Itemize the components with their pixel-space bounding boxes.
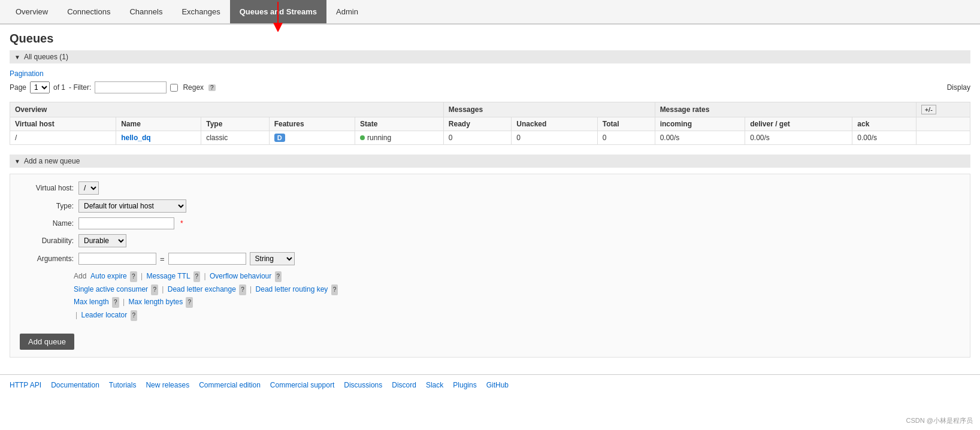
group-overview: Overview <box>10 102 444 117</box>
pagination-label[interactable]: Pagination <box>10 69 970 78</box>
cell-type: classic <box>201 131 269 145</box>
col-state: State <box>355 117 444 131</box>
add-queue-form: Virtual host: / Type: Default for virtua… <box>10 174 970 358</box>
plus-minus-cell: +/- <box>916 102 970 117</box>
regex-help-icon[interactable]: ? <box>208 84 216 91</box>
arg-leader-locator[interactable]: Leader locator <box>81 311 127 319</box>
auto-expire-help[interactable]: ? <box>130 271 137 282</box>
cell-deliver-get: 0.00/s <box>745 131 852 145</box>
dead-letter-routing-help[interactable]: ? <box>331 284 338 295</box>
leader-locator-help[interactable]: ? <box>131 310 138 321</box>
durability-row: Durability: Durable Transient <box>20 234 960 247</box>
filter-text: - Filter: <box>69 83 91 92</box>
arg-key-input[interactable] <box>78 253 156 265</box>
col-ack: ack <box>852 117 916 131</box>
all-queues-header: ▼ All queues (1) <box>10 50 970 63</box>
arg-dead-letter-routing-key[interactable]: Dead letter routing key <box>256 285 328 293</box>
footer-link-github[interactable]: GitHub <box>486 381 509 389</box>
cell-state: running <box>355 131 444 145</box>
toggle-add-queue[interactable]: ▼ <box>14 158 20 165</box>
add-label: Add <box>74 272 86 280</box>
footer-link-new-releases[interactable]: New releases <box>146 381 189 389</box>
regex-label: Regex <box>183 83 204 92</box>
cell-ready: 0 <box>443 131 512 145</box>
virtual-host-label: Virtual host: <box>20 184 74 192</box>
col-features: Features <box>269 117 355 131</box>
display-label: Display <box>947 83 970 92</box>
toggle-all-queues[interactable]: ▼ <box>14 54 20 60</box>
message-ttl-help[interactable]: ? <box>193 271 201 282</box>
feature-badge: D <box>274 134 285 142</box>
of-text: of 1 <box>53 83 65 92</box>
table-row: / hello_dq classic D running 0 0 0 0.00/… <box>10 131 970 145</box>
durability-select[interactable]: Durable Transient <box>78 234 126 247</box>
footer-link-slack[interactable]: Slack <box>426 381 443 389</box>
args-inputs: = String Number Boolean <box>78 252 295 265</box>
type-label: Type: <box>20 202 74 210</box>
state-dot <box>360 135 365 140</box>
footer-link-discussions[interactable]: Discussions <box>344 381 382 389</box>
add-queue-button[interactable]: Add queue <box>20 334 74 350</box>
filter-input[interactable] <box>95 81 167 93</box>
nav-channels[interactable]: Channels <box>120 0 172 23</box>
arg-max-length-bytes[interactable]: Max length bytes <box>128 298 183 306</box>
arg-message-ttl[interactable]: Message TTL <box>146 272 190 280</box>
single-active-help[interactable]: ? <box>151 284 158 295</box>
virtual-host-select[interactable]: / <box>78 181 99 195</box>
top-navigation: Overview Connections Channels Exchanges … <box>0 0 980 25</box>
col-extra <box>916 117 970 131</box>
cell-extra <box>916 131 970 145</box>
col-virtual-host: Virtual host <box>10 117 116 131</box>
arg-overflow-behaviour[interactable]: Overflow behaviour <box>210 272 271 280</box>
cell-name: hello_dq <box>116 131 201 145</box>
regex-checkbox[interactable] <box>170 84 178 92</box>
arg-type-select[interactable]: String Number Boolean <box>250 252 295 265</box>
overflow-help[interactable]: ? <box>275 271 282 282</box>
footer-link-documentation[interactable]: Documentation <box>51 381 99 389</box>
nav-admin[interactable]: Admin <box>326 0 368 23</box>
plus-minus-button[interactable]: +/- <box>921 105 936 114</box>
arguments-row: Arguments: = String Number Boolean <box>20 252 960 265</box>
cell-features: D <box>269 131 355 145</box>
required-star: * <box>180 219 183 228</box>
nav-overview[interactable]: Overview <box>6 0 58 23</box>
col-deliver-get: deliver / get <box>745 117 852 131</box>
footer-link-commercial-edition[interactable]: Commercial edition <box>199 381 261 389</box>
footer-link-tutorials[interactable]: Tutorials <box>109 381 137 389</box>
page-select[interactable]: 1 <box>30 81 50 93</box>
footer-link-http-api[interactable]: HTTP API <box>10 381 41 389</box>
arg-single-active-consumer[interactable]: Single active consumer <box>74 285 148 293</box>
arg-max-length[interactable]: Max length <box>74 298 109 306</box>
col-type: Type <box>201 117 269 131</box>
dead-letter-exchange-help[interactable]: ? <box>239 284 246 295</box>
type-select[interactable]: Default for virtual host Classic Quorum … <box>78 199 186 213</box>
max-length-help[interactable]: ? <box>112 297 119 308</box>
col-ready: Ready <box>443 117 512 131</box>
arg-auto-expire[interactable]: Auto expire <box>90 272 127 280</box>
group-message-rates: Message rates <box>655 102 916 117</box>
col-name: Name <box>116 117 201 131</box>
virtual-host-row: Virtual host: / <box>20 181 960 195</box>
queue-table: Overview Messages Message rates +/- Virt… <box>10 102 970 145</box>
max-length-bytes-help[interactable]: ? <box>186 297 193 308</box>
footer-link-commercial-support[interactable]: Commercial support <box>270 381 334 389</box>
cell-incoming: 0.00/s <box>655 131 745 145</box>
type-row: Type: Default for virtual host Classic Q… <box>20 199 960 213</box>
footer-link-plugins[interactable]: Plugins <box>453 381 476 389</box>
nav-connections[interactable]: Connections <box>58 0 120 23</box>
name-input[interactable] <box>78 217 174 229</box>
col-incoming: incoming <box>655 117 745 131</box>
cell-total: 0 <box>597 131 655 145</box>
nav-exchanges[interactable]: Exchanges <box>172 0 229 23</box>
add-queue-section-label: Add a new queue <box>24 157 80 165</box>
nav-queues-and-streams[interactable]: Queues and Streams <box>230 0 326 23</box>
page-text: Page <box>10 83 26 92</box>
arg-dead-letter-exchange[interactable]: Dead letter exchange <box>168 285 236 293</box>
queue-name-link[interactable]: hello_dq <box>121 134 150 142</box>
args-help-links: Add Auto expire ? | Message TTL ? | Over… <box>74 270 960 322</box>
col-unacked: Unacked <box>512 117 597 131</box>
footer-link-discord[interactable]: Discord <box>392 381 416 389</box>
arg-value-input[interactable] <box>168 253 246 265</box>
name-label: Name: <box>20 219 74 228</box>
page-title: Queues <box>10 32 970 46</box>
